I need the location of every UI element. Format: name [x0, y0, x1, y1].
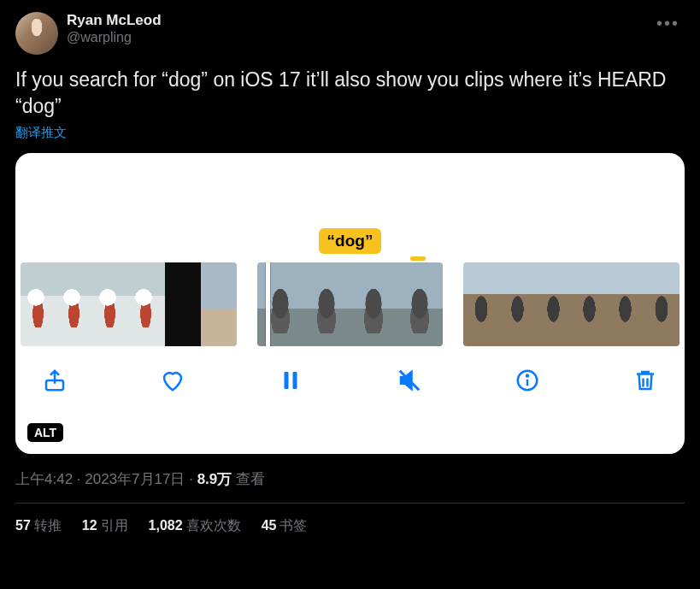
tweet-time[interactable]: 上午4:42 — [15, 471, 73, 487]
clip-thumbnail-group[interactable] — [257, 262, 443, 346]
frame — [499, 262, 535, 346]
author-names: Ryan McLeod @warpling — [67, 12, 162, 46]
media-top-area: “dog” — [15, 153, 685, 262]
pause-icon[interactable] — [275, 365, 306, 396]
heart-icon[interactable] — [157, 365, 188, 396]
mute-icon[interactable] — [394, 365, 425, 396]
frame — [303, 262, 350, 346]
stat-label: 引用 — [101, 518, 128, 533]
retweets-stat[interactable]: 57转推 — [15, 517, 62, 535]
views-label: 查看 — [236, 471, 265, 487]
stat-label: 转推 — [34, 518, 62, 533]
alt-badge[interactable]: ALT — [27, 423, 63, 442]
search-result-tag: “dog” — [319, 228, 382, 254]
handle[interactable]: @warpling — [67, 29, 162, 45]
frame — [201, 262, 237, 346]
likes-stat[interactable]: 1,082喜欢次数 — [149, 517, 241, 535]
video-timeline[interactable] — [15, 262, 685, 346]
media-toolbar — [15, 346, 685, 396]
timeline-marker — [410, 256, 426, 261]
frame — [644, 262, 679, 346]
more-icon[interactable]: ••• — [656, 14, 679, 33]
frame — [608, 262, 644, 346]
frame — [535, 262, 571, 346]
info-icon[interactable] — [512, 365, 543, 396]
frame — [571, 262, 607, 346]
frame — [463, 262, 499, 346]
svg-point-6 — [526, 374, 528, 376]
stat-number: 12 — [82, 518, 97, 533]
stat-number: 45 — [262, 518, 277, 533]
frame — [257, 262, 303, 346]
share-icon[interactable] — [39, 365, 70, 396]
media-card[interactable]: “dog” — [15, 153, 685, 454]
views-count: 8.9万 — [197, 471, 232, 487]
display-name[interactable]: Ryan McLeod — [67, 12, 162, 29]
tweet-meta: 上午4:42 · 2023年7月17日 · 8.9万 查看 — [15, 469, 685, 504]
clip-thumbnail-group[interactable] — [21, 262, 237, 346]
frame — [397, 262, 443, 346]
tweet-date[interactable]: 2023年7月17日 — [85, 471, 185, 487]
frame — [165, 262, 201, 346]
trash-icon[interactable] — [630, 365, 661, 396]
bookmarks-stat[interactable]: 45书签 — [262, 517, 308, 535]
frame — [129, 262, 165, 346]
stat-number: 57 — [15, 518, 31, 533]
clip-thumbnail-group[interactable] — [463, 262, 679, 346]
svg-rect-2 — [293, 372, 297, 389]
translate-link[interactable]: 翻译推文 — [15, 125, 685, 141]
frame — [350, 262, 397, 346]
stat-label: 书签 — [279, 518, 307, 533]
frame — [92, 262, 128, 346]
svg-rect-1 — [285, 372, 289, 389]
avatar[interactable] — [15, 12, 58, 55]
tweet-container: Ryan McLeod @warpling ••• If you search … — [0, 0, 700, 549]
quotes-stat[interactable]: 12引用 — [82, 517, 128, 535]
frame — [56, 262, 92, 346]
tweet-header: Ryan McLeod @warpling ••• — [15, 12, 685, 55]
playhead[interactable] — [266, 262, 270, 346]
frame — [21, 262, 56, 346]
stat-label: 喜欢次数 — [186, 518, 241, 533]
tweet-text: If you search for “dog” on iOS 17 it’ll … — [15, 67, 685, 120]
stat-number: 1,082 — [149, 518, 183, 533]
tweet-stats: 57转推 12引用 1,082喜欢次数 45书签 — [15, 504, 685, 549]
